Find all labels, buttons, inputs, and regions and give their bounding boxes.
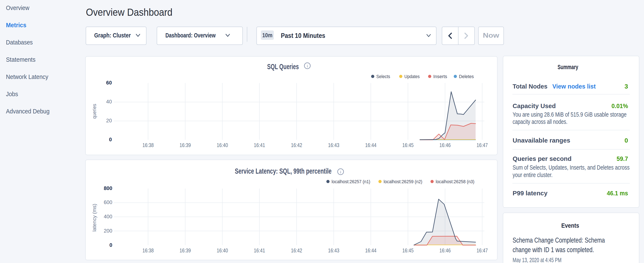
svg-text:46.1 ms: 46.1 ms	[607, 190, 628, 197]
svg-text:capacity across all nodes.: capacity across all nodes.	[512, 118, 568, 125]
svg-text:40: 40	[106, 99, 112, 105]
svg-text:Past 10 Minutes: Past 10 Minutes	[281, 32, 325, 39]
svg-text:800: 800	[104, 185, 112, 191]
svg-text:Schema Change Completed: Schem: Schema Change Completed: Schema	[512, 236, 605, 244]
svg-text:16:40: 16:40	[217, 247, 228, 253]
svg-text:16:46: 16:46	[440, 142, 451, 148]
svg-text:16:40: 16:40	[217, 142, 228, 148]
svg-text:59.7: 59.7	[616, 155, 628, 162]
svg-text:Selects: Selects	[376, 74, 390, 79]
svg-text:16:41: 16:41	[254, 142, 265, 148]
svg-text:i: i	[307, 64, 308, 68]
svg-text:20: 20	[106, 118, 112, 123]
svg-text:400: 400	[104, 214, 112, 219]
svg-text:10m: 10m	[262, 32, 272, 39]
svg-text:Queries per second: Queries per second	[512, 155, 572, 162]
svg-text:Total Nodes: Total Nodes	[512, 83, 548, 90]
svg-text:Statements: Statements	[6, 56, 36, 63]
svg-text:queries: queries	[92, 104, 97, 119]
svg-text:16:47: 16:47	[476, 142, 488, 148]
svg-text:Now: Now	[483, 32, 500, 39]
svg-text:Sum of Selects, Updates, Inser: Sum of Selects, Updates, Inserts, and De…	[512, 164, 630, 171]
svg-text:Advanced Debug: Advanced Debug	[6, 108, 50, 115]
svg-text:View nodes list: View nodes list	[552, 83, 596, 90]
svg-text:16:44: 16:44	[365, 142, 376, 148]
svg-text:Inserts: Inserts	[433, 74, 447, 79]
svg-text:16:41: 16:41	[254, 247, 265, 253]
svg-text:latency (ms): latency (ms)	[92, 204, 97, 232]
svg-text:Capacity Used: Capacity Used	[512, 102, 556, 109]
svg-text:16:43: 16:43	[328, 142, 339, 148]
svg-text:May 13, 2020 at 4:45 PM: May 13, 2020 at 4:45 PM	[512, 256, 562, 263]
svg-text:Events: Events	[561, 222, 579, 229]
svg-text:16:39: 16:39	[180, 142, 191, 148]
svg-text:localhost:26258 (n3): localhost:26258 (n3)	[436, 179, 474, 184]
svg-text:change with ID 1 was completed: change with ID 1 was completed.	[512, 246, 594, 254]
svg-text:Databases: Databases	[6, 39, 33, 46]
svg-text:60: 60	[106, 80, 112, 86]
svg-text:Network Latency: Network Latency	[6, 73, 48, 80]
svg-text:Jobs: Jobs	[6, 91, 18, 97]
svg-text:16:38: 16:38	[142, 142, 154, 148]
svg-text:localhost:26259 (n2): localhost:26259 (n2)	[384, 179, 422, 184]
svg-text:Summary: Summary	[558, 63, 578, 70]
svg-text:3: 3	[624, 83, 628, 90]
svg-text:0: 0	[110, 242, 112, 248]
svg-text:Unavailable ranges: Unavailable ranges	[512, 137, 570, 144]
svg-text:16:45: 16:45	[402, 247, 414, 253]
svg-text:600: 600	[104, 199, 112, 205]
svg-text:Dashboard: Overview: Dashboard: Overview	[166, 32, 216, 39]
svg-text:i: i	[340, 170, 341, 174]
svg-text:Overview Dashboard: Overview Dashboard	[86, 7, 172, 18]
svg-text:200: 200	[104, 228, 112, 234]
svg-text:Deletes: Deletes	[459, 74, 474, 79]
svg-text:Updates: Updates	[404, 74, 420, 79]
svg-text:localhost:26257 (n1): localhost:26257 (n1)	[332, 179, 370, 184]
svg-text:SQL Queries: SQL Queries	[267, 62, 299, 71]
svg-text:You are using 28.6 MiB of 515.: You are using 28.6 MiB of 515.9 GiB usab…	[512, 111, 626, 118]
svg-text:16:46: 16:46	[440, 247, 451, 253]
svg-text:Metrics: Metrics	[6, 22, 26, 29]
svg-text:16:47: 16:47	[476, 247, 488, 253]
svg-text:16:44: 16:44	[365, 247, 376, 253]
svg-text:Graph: Cluster: Graph: Cluster	[94, 32, 131, 39]
svg-text:16:43: 16:43	[328, 247, 339, 253]
svg-text:16:42: 16:42	[291, 247, 302, 253]
svg-text:0.01%: 0.01%	[612, 102, 628, 109]
svg-text:your entire cluster.: your entire cluster.	[512, 171, 552, 178]
svg-text:Service Latency: SQL, 99th per: Service Latency: SQL, 99th percentile	[235, 167, 332, 175]
svg-text:16:39: 16:39	[180, 247, 191, 253]
svg-text:0: 0	[109, 137, 112, 142]
svg-text:0: 0	[624, 137, 628, 144]
svg-text:16:42: 16:42	[291, 142, 302, 148]
svg-text:P99 latency: P99 latency	[512, 190, 548, 197]
svg-text:Overview: Overview	[6, 5, 30, 11]
svg-text:16:45: 16:45	[402, 142, 414, 148]
svg-text:16:38: 16:38	[142, 247, 154, 253]
